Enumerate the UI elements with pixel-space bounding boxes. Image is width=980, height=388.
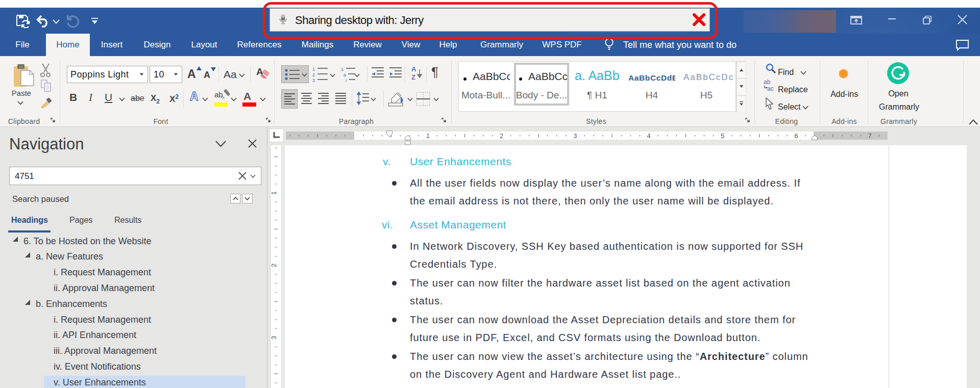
- svg-text:7: 7: [868, 132, 871, 140]
- svg-text:3: 3: [312, 78, 315, 83]
- svg-text:4: 4: [647, 132, 651, 140]
- svg-text:1: 1: [341, 67, 344, 72]
- svg-text:5: 5: [721, 132, 724, 140]
- svg-text:a: a: [344, 72, 346, 77]
- svg-text:2: 2: [500, 132, 503, 140]
- svg-text:ac: ac: [767, 85, 774, 92]
- svg-text:1: 1: [426, 132, 430, 140]
- svg-text:6: 6: [794, 132, 798, 140]
- svg-text:A: A: [411, 65, 416, 73]
- svg-text:3: 3: [271, 336, 278, 340]
- svg-text:i: i: [346, 78, 347, 83]
- svg-text:3: 3: [573, 132, 577, 140]
- svg-text:1: 1: [312, 67, 315, 72]
- svg-text:Z: Z: [411, 73, 415, 81]
- svg-text:1: 1: [271, 191, 278, 195]
- svg-text:2: 2: [271, 264, 278, 267]
- svg-text:A: A: [190, 90, 199, 102]
- svg-text:2: 2: [312, 72, 315, 77]
